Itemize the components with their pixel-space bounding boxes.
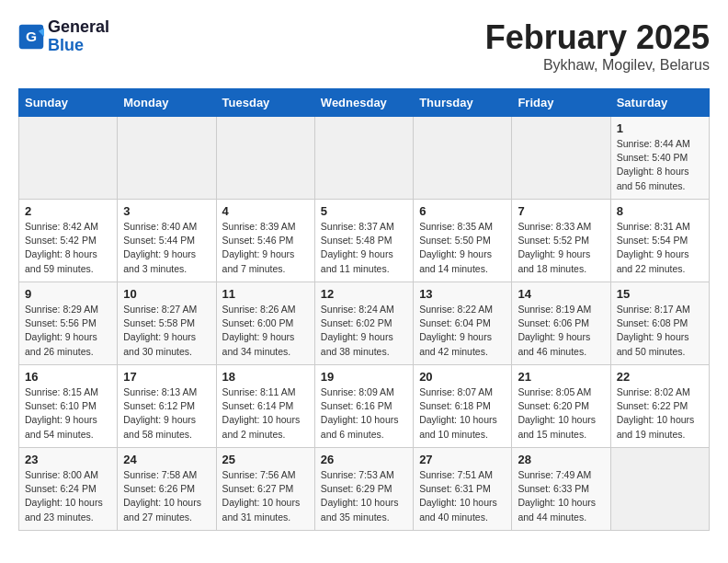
- week-row-0: 1Sunrise: 8:44 AM Sunset: 5:40 PM Daylig…: [19, 117, 710, 200]
- week-row-3: 16Sunrise: 8:15 AM Sunset: 6:10 PM Dayli…: [19, 365, 710, 448]
- day-cell: 9Sunrise: 8:29 AM Sunset: 5:56 PM Daylig…: [19, 282, 118, 365]
- day-info: Sunrise: 8:07 AM Sunset: 6:18 PM Dayligh…: [419, 385, 506, 442]
- week-row-4: 23Sunrise: 8:00 AM Sunset: 6:24 PM Dayli…: [19, 448, 710, 531]
- day-info: Sunrise: 8:40 AM Sunset: 5:44 PM Dayligh…: [123, 220, 210, 276]
- day-cell: [610, 448, 709, 531]
- day-number: 20: [419, 370, 506, 384]
- day-number: 13: [419, 287, 506, 301]
- day-info: Sunrise: 8:39 AM Sunset: 5:46 PM Dayligh…: [222, 220, 309, 276]
- calendar-table: SundayMondayTuesdayWednesdayThursdayFrid…: [18, 88, 710, 531]
- day-info: Sunrise: 8:31 AM Sunset: 5:54 PM Dayligh…: [617, 220, 703, 276]
- day-info: Sunrise: 8:00 AM Sunset: 6:24 PM Dayligh…: [25, 468, 111, 524]
- day-info: Sunrise: 8:05 AM Sunset: 6:20 PM Dayligh…: [518, 385, 604, 442]
- day-cell: [19, 117, 118, 200]
- header-friday: Friday: [512, 89, 610, 117]
- day-info: Sunrise: 8:11 AM Sunset: 6:14 PM Dayligh…: [222, 385, 309, 442]
- day-number: 26: [321, 453, 407, 466]
- day-cell: 10Sunrise: 8:27 AM Sunset: 5:58 PM Dayli…: [118, 282, 216, 365]
- day-number: 1: [617, 121, 703, 135]
- day-info: Sunrise: 7:58 AM Sunset: 6:26 PM Dayligh…: [123, 468, 210, 524]
- day-info: Sunrise: 8:37 AM Sunset: 5:48 PM Dayligh…: [321, 220, 407, 276]
- location-title: Bykhaw, Mogilev, Belarus: [485, 57, 710, 74]
- day-number: 4: [222, 204, 309, 218]
- svg-text:G: G: [26, 28, 37, 43]
- day-number: 2: [25, 204, 111, 218]
- day-number: 9: [25, 287, 111, 301]
- day-cell: 2Sunrise: 8:42 AM Sunset: 5:42 PM Daylig…: [19, 200, 118, 282]
- day-cell: 14Sunrise: 8:19 AM Sunset: 6:06 PM Dayli…: [512, 282, 610, 365]
- day-cell: 17Sunrise: 8:13 AM Sunset: 6:12 PM Dayli…: [118, 365, 216, 448]
- day-cell: 25Sunrise: 7:56 AM Sunset: 6:27 PM Dayli…: [216, 448, 314, 531]
- day-number: 19: [321, 370, 407, 384]
- logo-icon: G: [18, 24, 44, 50]
- day-cell: 21Sunrise: 8:05 AM Sunset: 6:20 PM Dayli…: [512, 365, 610, 448]
- day-cell: 15Sunrise: 8:17 AM Sunset: 6:08 PM Dayli…: [610, 282, 709, 365]
- day-info: Sunrise: 8:42 AM Sunset: 5:42 PM Dayligh…: [25, 220, 111, 276]
- header-monday: Monday: [118, 89, 216, 117]
- logo: G General Blue: [18, 18, 109, 55]
- day-info: Sunrise: 8:13 AM Sunset: 6:12 PM Dayligh…: [123, 385, 210, 442]
- day-cell: [512, 117, 610, 200]
- day-info: Sunrise: 8:44 AM Sunset: 5:40 PM Dayligh…: [617, 137, 703, 193]
- day-info: Sunrise: 8:09 AM Sunset: 6:16 PM Dayligh…: [321, 385, 407, 442]
- day-cell: 23Sunrise: 8:00 AM Sunset: 6:24 PM Dayli…: [19, 448, 118, 531]
- calendar-header-row: SundayMondayTuesdayWednesdayThursdayFrid…: [19, 89, 710, 117]
- day-number: 28: [518, 453, 604, 466]
- top-bar: G General Blue February 2025 Bykhaw, Mog…: [18, 18, 710, 81]
- day-info: Sunrise: 7:49 AM Sunset: 6:33 PM Dayligh…: [518, 468, 604, 524]
- day-cell: 26Sunrise: 7:53 AM Sunset: 6:29 PM Dayli…: [314, 448, 413, 531]
- day-number: 17: [123, 370, 210, 384]
- day-number: 21: [518, 370, 604, 384]
- day-cell: 4Sunrise: 8:39 AM Sunset: 5:46 PM Daylig…: [216, 200, 314, 282]
- day-number: 15: [617, 287, 703, 301]
- day-info: Sunrise: 7:53 AM Sunset: 6:29 PM Dayligh…: [321, 468, 407, 524]
- day-number: 8: [617, 204, 703, 218]
- day-cell: [216, 117, 314, 200]
- day-info: Sunrise: 8:35 AM Sunset: 5:50 PM Dayligh…: [419, 220, 506, 276]
- header-tuesday: Tuesday: [216, 89, 314, 117]
- day-number: 14: [518, 287, 604, 301]
- day-number: 10: [123, 287, 210, 301]
- day-number: 27: [419, 453, 506, 466]
- day-cell: 28Sunrise: 7:49 AM Sunset: 6:33 PM Dayli…: [512, 448, 610, 531]
- day-cell: 7Sunrise: 8:33 AM Sunset: 5:52 PM Daylig…: [512, 200, 610, 282]
- header-thursday: Thursday: [414, 89, 512, 117]
- week-row-2: 9Sunrise: 8:29 AM Sunset: 5:56 PM Daylig…: [19, 282, 710, 365]
- day-number: 5: [321, 204, 407, 218]
- header-wednesday: Wednesday: [314, 89, 413, 117]
- day-cell: 13Sunrise: 8:22 AM Sunset: 6:04 PM Dayli…: [414, 282, 512, 365]
- day-info: Sunrise: 8:17 AM Sunset: 6:08 PM Dayligh…: [617, 303, 703, 359]
- day-number: 18: [222, 370, 309, 384]
- day-number: 11: [222, 287, 309, 301]
- day-cell: 18Sunrise: 8:11 AM Sunset: 6:14 PM Dayli…: [216, 365, 314, 448]
- week-row-1: 2Sunrise: 8:42 AM Sunset: 5:42 PM Daylig…: [19, 200, 710, 282]
- day-number: 12: [321, 287, 407, 301]
- day-info: Sunrise: 8:24 AM Sunset: 6:02 PM Dayligh…: [321, 303, 407, 359]
- day-cell: 16Sunrise: 8:15 AM Sunset: 6:10 PM Dayli…: [19, 365, 118, 448]
- header-sunday: Sunday: [19, 89, 118, 117]
- day-number: 7: [518, 204, 604, 218]
- title-area: February 2025 Bykhaw, Mogilev, Belarus: [485, 18, 710, 74]
- day-cell: 8Sunrise: 8:31 AM Sunset: 5:54 PM Daylig…: [610, 200, 709, 282]
- day-number: 25: [222, 453, 309, 466]
- logo-line2: Blue: [48, 37, 109, 55]
- day-info: Sunrise: 8:33 AM Sunset: 5:52 PM Dayligh…: [518, 220, 604, 276]
- day-cell: 24Sunrise: 7:58 AM Sunset: 6:26 PM Dayli…: [118, 448, 216, 531]
- day-info: Sunrise: 8:19 AM Sunset: 6:06 PM Dayligh…: [518, 303, 604, 359]
- day-info: Sunrise: 8:26 AM Sunset: 6:00 PM Dayligh…: [222, 303, 309, 359]
- day-cell: 19Sunrise: 8:09 AM Sunset: 6:16 PM Dayli…: [314, 365, 413, 448]
- day-info: Sunrise: 8:22 AM Sunset: 6:04 PM Dayligh…: [419, 303, 506, 359]
- day-cell: 20Sunrise: 8:07 AM Sunset: 6:18 PM Dayli…: [414, 365, 512, 448]
- day-cell: 6Sunrise: 8:35 AM Sunset: 5:50 PM Daylig…: [414, 200, 512, 282]
- day-number: 22: [617, 370, 703, 384]
- day-info: Sunrise: 8:29 AM Sunset: 5:56 PM Dayligh…: [25, 303, 111, 359]
- day-cell: 1Sunrise: 8:44 AM Sunset: 5:40 PM Daylig…: [610, 117, 709, 200]
- day-cell: 3Sunrise: 8:40 AM Sunset: 5:44 PM Daylig…: [118, 200, 216, 282]
- month-title: February 2025: [485, 18, 710, 57]
- day-cell: 27Sunrise: 7:51 AM Sunset: 6:31 PM Dayli…: [414, 448, 512, 531]
- header-saturday: Saturday: [610, 89, 709, 117]
- day-info: Sunrise: 7:51 AM Sunset: 6:31 PM Dayligh…: [419, 468, 506, 524]
- day-number: 23: [25, 453, 111, 466]
- day-cell: [314, 117, 413, 200]
- day-cell: 22Sunrise: 8:02 AM Sunset: 6:22 PM Dayli…: [610, 365, 709, 448]
